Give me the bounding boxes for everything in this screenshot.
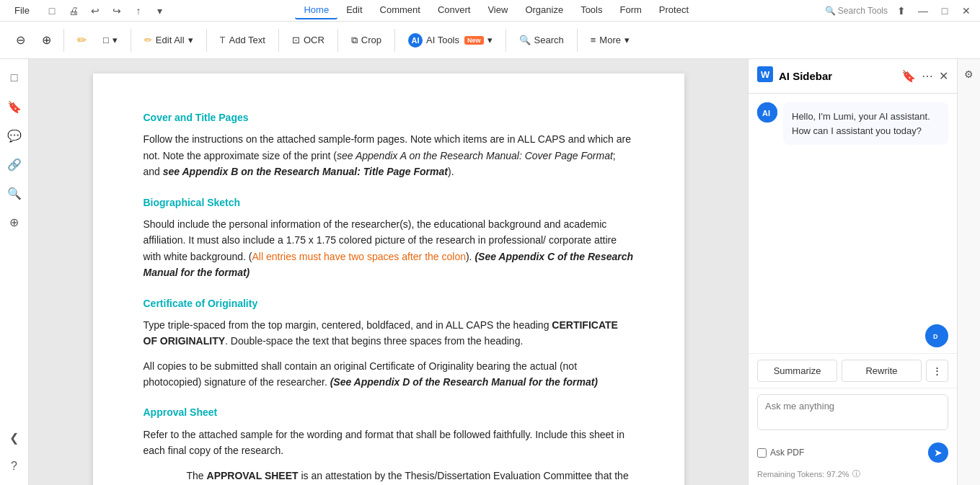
ocr-button[interactable]: ⊡ OCR <box>285 31 332 49</box>
search-button[interactable]: 🔍 Search <box>512 31 571 49</box>
edit-icon: ✏ <box>144 35 152 45</box>
main-area: □ 🔖 💬 🔗 🔍 ⊕ ❮ ? Cover and Title Pages Fo… <box>0 59 980 485</box>
divider-1 <box>63 29 64 52</box>
divider-6 <box>394 29 395 52</box>
save-icon[interactable]: □ <box>44 3 60 19</box>
ai-bookmark-icon[interactable]: 🔖 <box>901 69 916 83</box>
add-text-icon: T <box>220 35 226 45</box>
prev-page-icon[interactable]: ❮ <box>3 426 26 449</box>
shape-button[interactable]: □ ▾ <box>96 31 125 49</box>
ai-new-badge: New <box>464 36 484 45</box>
redo-icon[interactable]: ↪ <box>109 3 125 19</box>
section-bio-title: Biographical Sketch <box>144 195 634 210</box>
ai-input-field[interactable] <box>757 394 948 430</box>
lumi-avatar: AI <box>757 102 777 123</box>
far-right-panel: ⚙ <box>957 59 980 485</box>
tokens-remaining: Remaining Tokens: 97.2% ⓘ <box>749 466 957 485</box>
ai-tools-button[interactable]: AI AI Tools New ▾ <box>401 30 500 51</box>
share-icon[interactable]: ↑ <box>131 3 146 19</box>
ask-pdf-checkbox[interactable] <box>757 448 767 458</box>
menu-edit[interactable]: Edit <box>337 1 371 19</box>
layers-icon[interactable]: ⊕ <box>3 210 26 233</box>
menu-tools[interactable]: Tools <box>572 1 611 19</box>
menu-convert[interactable]: Convert <box>429 1 480 19</box>
file-menu[interactable]: File <box>6 2 38 19</box>
menu-protect[interactable]: Protect <box>650 1 697 19</box>
ai-more-icon[interactable]: ⋯ <box>922 69 933 83</box>
divider-4 <box>278 29 279 52</box>
menu-comment[interactable]: Comment <box>371 1 429 19</box>
ai-doc-icon[interactable]: D <box>925 324 948 347</box>
shape-dropdown-icon: ▾ <box>112 35 118 45</box>
add-text-button[interactable]: T Add Text <box>213 31 273 49</box>
svg-text:W: W <box>761 69 770 80</box>
crop-button[interactable]: ⧉ Crop <box>344 31 389 50</box>
bookmark-icon[interactable]: 🔖 <box>3 95 26 118</box>
ai-sidebar-header: W AI Sidebar 🔖 ⋯ ✕ <box>749 59 957 94</box>
page-icon[interactable]: □ <box>3 66 26 89</box>
zoom-out-icon: ⊖ <box>16 33 25 47</box>
svg-text:D: D <box>933 333 938 340</box>
title-bar-right: 🔍 Search Tools ⬆ — □ ✕ <box>825 3 975 19</box>
menu-organize[interactable]: Organize <box>516 1 572 19</box>
divider-7 <box>506 29 506 52</box>
highlight-button[interactable]: ✏ <box>70 29 93 52</box>
edit-all-dropdown: ▾ <box>188 35 193 45</box>
more-button[interactable]: ≡ More ▾ <box>583 31 637 49</box>
menu-home[interactable]: Home <box>295 1 337 19</box>
crop-icon: ⧉ <box>351 35 358 46</box>
cert-para-1: Type triple-spaced from the top margin, … <box>144 317 634 350</box>
ai-chat-icons: D <box>749 319 957 353</box>
ai-input-footer: Ask PDF ➤ <box>749 438 957 466</box>
summarize-button[interactable]: Summarize <box>757 360 837 382</box>
ask-pdf-label: Ask PDF <box>770 448 804 458</box>
section-approval-title: Approval Sheet <box>144 404 634 420</box>
ai-close-icon[interactable]: ✕ <box>939 69 948 83</box>
ocr-label: OCR <box>304 35 325 45</box>
tokens-info-icon: ⓘ <box>852 468 860 479</box>
ai-sidebar-menu-icon: W <box>757 66 773 86</box>
divider-5 <box>337 29 338 52</box>
search-label: Search <box>534 35 564 45</box>
section-cover-title: Cover and Title Pages <box>144 110 634 125</box>
divider-8 <box>577 29 578 52</box>
maximize-icon[interactable]: □ <box>937 3 953 19</box>
menu-view[interactable]: View <box>479 1 516 19</box>
close-icon[interactable]: ✕ <box>958 3 974 19</box>
document-page: Cover and Title Pages Follow the instruc… <box>93 74 684 485</box>
search-tools[interactable]: 🔍 Search Tools <box>825 6 888 16</box>
approval-indent-1: The APPROVAL SHEET is an attestation by … <box>187 468 634 485</box>
menu-form[interactable]: Form <box>611 1 650 19</box>
comment-icon[interactable]: 💬 <box>3 124 26 147</box>
minimize-icon[interactable]: — <box>915 3 931 19</box>
dropdown-icon[interactable]: ▾ <box>152 3 168 19</box>
zoom-in-icon: ⊕ <box>42 33 51 47</box>
zoom-out-button[interactable]: ⊖ <box>9 29 32 52</box>
svg-text:AI: AI <box>762 109 770 117</box>
ocr-icon: ⊡ <box>292 35 300 45</box>
highlight-icon: ✏ <box>77 33 87 47</box>
link-icon[interactable]: 🔗 <box>3 153 26 176</box>
send-button[interactable]: ➤ <box>928 442 948 463</box>
search-panel-icon[interactable]: 🔍 <box>3 182 26 205</box>
edit-all-label: Edit All <box>156 35 185 45</box>
title-bar-left: File □ 🖨 ↩ ↪ ↑ ▾ <box>6 2 168 19</box>
section-cert-title: Certificate of Originality <box>144 295 634 311</box>
ai-sidebar-title: AI Sidebar <box>779 70 896 82</box>
more-dropdown: ▾ <box>624 35 630 45</box>
cover-para-1: Follow the instructions on the attached … <box>144 131 634 179</box>
more-actions-button[interactable]: ⋮ <box>926 360 948 382</box>
approval-para-1: Refer to the attached sample for the wor… <box>144 427 634 459</box>
document-area[interactable]: Cover and Title Pages Follow the instruc… <box>29 59 748 485</box>
panel-settings-icon[interactable]: ⚙ <box>960 65 979 84</box>
rewrite-button[interactable]: Rewrite <box>842 360 922 382</box>
zoom-in-button[interactable]: ⊕ <box>35 29 58 52</box>
bio-para-1: Should include the personal information … <box>144 216 634 281</box>
edit-all-button[interactable]: ✏ Edit All ▾ <box>137 31 200 49</box>
upload-icon[interactable]: ⬆ <box>893 3 909 19</box>
cert-para-2: All copies to be submitted shall contain… <box>144 358 634 391</box>
tokens-label: Remaining Tokens: 97.2% <box>757 470 849 479</box>
print-icon[interactable]: 🖨 <box>66 3 81 19</box>
undo-icon[interactable]: ↩ <box>87 3 103 19</box>
help-icon[interactable]: ? <box>3 455 26 478</box>
